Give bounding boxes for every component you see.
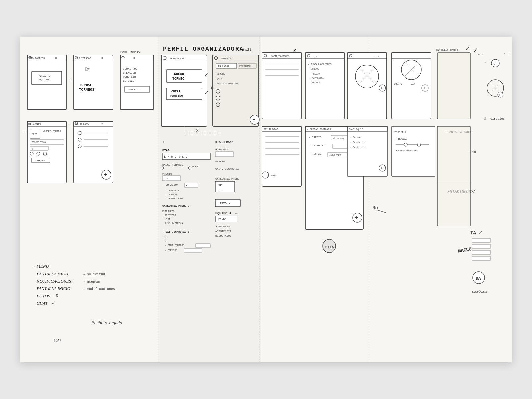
svg-text:LISTO ✓: LISTO ✓ — [218, 202, 231, 205]
svg-rect-124 — [196, 244, 210, 248]
svg-line-264 — [489, 82, 501, 94]
svg-text:TORNEOS: TORNEOS — [309, 68, 319, 70]
svg-text:CATEGORIA PROMO 7: CATEGORIA PROMO 7 — [162, 204, 190, 207]
svg-text:- PREMIOS: - PREMIOS — [165, 249, 177, 252]
svg-rect-153 — [305, 53, 344, 119]
svg-point-155 — [307, 54, 310, 57]
svg-line-175 — [405, 63, 418, 76]
svg-text:CAMBIAR: CAMBIAR — [35, 159, 45, 162]
svg-text:PRECIO: PRECIO — [162, 172, 172, 175]
svg-text:○ !: ○ ! — [504, 53, 509, 56]
svg-text:- CATEGORIA: - CATEGORIA — [309, 144, 326, 147]
svg-point-266 — [498, 92, 503, 97]
svg-rect-36 — [30, 129, 40, 138]
svg-text:- CATEGORIA: - CATEGORIA — [309, 77, 324, 80]
svg-text:○ Cambios ○: ○ Cambios ○ — [350, 146, 365, 149]
svg-text:+: + — [355, 215, 358, 221]
svg-text:✓: ✓ — [466, 46, 470, 52]
svg-rect-76 — [213, 55, 259, 126]
svg-text:- DURACION: - DURACION — [162, 183, 178, 186]
svg-text:pantalla grupo: pantalla grupo — [436, 48, 458, 51]
svg-rect-187 — [262, 126, 301, 186]
svg-rect-68 — [166, 70, 202, 82]
svg-text:PERFIL ORGANIZADORA: PERFIL ORGANIZADORA — [163, 46, 244, 52]
svg-rect-197 — [305, 126, 363, 229]
svg-text:○: ○ — [162, 140, 164, 144]
svg-text:H: H — [165, 236, 166, 239]
svg-rect-129 — [215, 152, 234, 157]
svg-text:LIGA: LIGA — [165, 218, 171, 221]
svg-rect-109 — [185, 183, 198, 188]
svg-text:- CANT EQUIPOS: - CANT EQUIPOS — [165, 244, 184, 247]
svg-text:✕: ✕ — [196, 128, 199, 133]
svg-point-227 — [323, 239, 336, 253]
svg-text:+: + — [380, 86, 383, 91]
svg-text:✓: ✓ — [52, 300, 56, 306]
svg-text:min — max: min — max — [332, 137, 344, 140]
svg-rect-5 — [27, 55, 66, 61]
svg-text:NOMBRE: NOMBRE — [217, 73, 225, 75]
svg-text:= ✓: = ✓ — [478, 53, 484, 56]
svg-text:- BUSCAR OPCIONES: - BUSCAR OPCIONES — [308, 63, 331, 66]
svg-point-60 — [102, 170, 111, 179]
svg-text:→: → — [33, 265, 35, 269]
svg-rect-82 — [238, 63, 256, 68]
svg-rect-126 — [184, 249, 202, 253]
svg-text:ESTADISCOS?: ESTADISCOS? — [447, 190, 473, 194]
svg-rect-220 — [472, 256, 490, 260]
svg-rect-106 — [162, 176, 181, 181]
svg-text:FONDO: FONDO — [218, 218, 226, 221]
svg-point-102 — [161, 167, 164, 169]
svg-text:- BUSCAR OPCIONES: - BUSCAR OPCIONES — [307, 128, 331, 131]
svg-text:LO10: LO10 — [469, 151, 476, 154]
svg-rect-33 — [27, 121, 66, 126]
svg-text:NOTIFICACIONES?: NOTIFICACIONES? — [36, 279, 73, 284]
svg-rect-29 — [125, 86, 150, 92]
svg-rect-188 — [262, 126, 301, 131]
svg-text:HORA M/T: HORA M/T — [215, 148, 228, 151]
svg-point-43 — [30, 152, 33, 155]
svg-text:✓: ✓ — [204, 72, 209, 77]
svg-text:FOTOS: FOTOS — [36, 293, 50, 298]
svg-point-54 — [78, 131, 81, 135]
svg-point-23 — [122, 56, 124, 59]
svg-point-243 — [417, 143, 421, 146]
svg-line-168 — [359, 68, 375, 85]
svg-text:= ✓: = ✓ — [313, 55, 317, 58]
svg-text:MIS TORNEOS: MIS TORNEOS — [76, 57, 91, 60]
svg-point-90 — [250, 115, 259, 124]
svg-rect-204 — [332, 144, 357, 149]
svg-rect-140 — [215, 216, 237, 222]
svg-rect-145 — [262, 53, 301, 119]
svg-text:NNN: NNN — [218, 183, 223, 186]
svg-text:RANGO HORARIO: RANGO HORARIO — [162, 163, 183, 166]
svg-rect-162 — [347, 53, 387, 119]
svg-text:TRABAJANDO   =: TRABAJANDO = — [170, 57, 186, 60]
svg-point-185 — [491, 59, 499, 67]
svg-text:CREAR: CREAR — [171, 90, 181, 93]
svg-rect-4 — [27, 55, 66, 110]
svg-text:DESCRIPCION: DESCRIPCION — [32, 141, 46, 144]
sketch-overlay: MIS TORNEOS ≡ CREA TU EQUIPO → MIS TORNE… — [20, 37, 512, 362]
svg-text:○ Buenas: ○ Buenas — [350, 136, 361, 139]
svg-rect-41 — [30, 146, 48, 150]
svg-rect-201 — [331, 135, 356, 140]
whiteboard-container: MIS TORNEOS ≡ CREA TU EQUIPO → MIS TORNE… — [20, 37, 512, 362]
svg-rect-136 — [215, 200, 240, 207]
svg-text:≡: ≡ — [133, 57, 135, 60]
svg-rect-32 — [27, 121, 66, 183]
svg-point-169 — [379, 85, 386, 91]
svg-rect-146 — [262, 53, 301, 59]
svg-rect-77 — [213, 55, 259, 61]
svg-rect-3 — [158, 37, 261, 362]
svg-text:IGUAL QUE: IGUAL QUE — [123, 67, 137, 70]
svg-text:→: → — [68, 77, 73, 82]
svg-text:TORNEOS: TORNEOS — [165, 210, 174, 213]
svg-text:PROXIMOS/ANTERIORES: PROXIMOS/ANTERIORES — [217, 82, 240, 85]
svg-text:→ aceptar: → aceptar — [83, 280, 101, 284]
svg-text:cambios: cambios — [472, 290, 487, 294]
svg-text:→ modificaciones: → modificaciones — [83, 287, 115, 291]
svg-text:DIA: DIA — [411, 83, 415, 85]
svg-text:ASISTENCIA: ASISTENCIA — [215, 230, 231, 233]
svg-line-265 — [489, 82, 501, 94]
